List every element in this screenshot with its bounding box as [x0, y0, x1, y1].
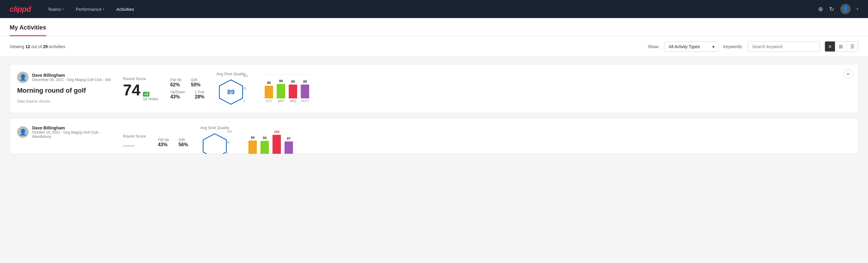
- hexagon: 89: [217, 79, 245, 106]
- performance-chevron-icon: ▾: [103, 7, 104, 11]
- list-compact-icon: ≡: [829, 44, 831, 49]
- main-nav: Teams ▾ Performance ▾ Activities: [43, 4, 139, 14]
- user-icon: 👤: [842, 6, 849, 12]
- user-dropdown-chevron[interactable]: ▾: [857, 7, 858, 11]
- score-number-2: —: [123, 140, 134, 151]
- shot-quality-section: Avg Shot Quality 89 100 50: [217, 71, 311, 106]
- y-axis-2: 100 50 0: [227, 130, 232, 154]
- user-name: Dave Billingham: [32, 125, 114, 130]
- show-label: Show:: [648, 44, 659, 49]
- bar-putt-value-2: 87: [287, 137, 290, 140]
- bar-ott: 85: [265, 81, 273, 98]
- bar-app-2: 93: [260, 136, 269, 154]
- stat-pairs: FW Hit 62% GIR 50% Up/Down 43% 1 Putt: [170, 78, 204, 99]
- bar-putt-bar: [301, 85, 309, 98]
- card-main-content: Round Score 74 +4 18 Holes FW Hit 62%: [123, 71, 851, 106]
- data-source: Data Source: Arccos: [17, 99, 114, 104]
- sub-header: My Activities: [0, 18, 868, 36]
- activity-card: ✏ 👤 Dave Billingham December 05, 2021 - …: [10, 64, 858, 113]
- stat-1putt: 1 Putt 28%: [195, 90, 205, 99]
- bar-app: 90: [277, 79, 285, 98]
- stat-pair-1: FW Hit 62% GIR 50%: [170, 78, 204, 88]
- score-number: 74: [123, 82, 141, 98]
- view-toggle-list-full[interactable]: ☰: [847, 41, 858, 52]
- shot-quality-section-2: Avg Shot Quality 100 50 0: [200, 125, 248, 154]
- bar-putt-value: 89: [303, 80, 307, 83]
- avatar: 👤: [17, 71, 29, 83]
- card-left: 👤 Dave Billingham December 05, 2021 - Go…: [17, 71, 114, 104]
- nav-item-teams[interactable]: Teams ▾: [43, 4, 69, 14]
- round-score-block: Round Score 74 +4 18 Holes: [123, 77, 158, 101]
- activity-type-select[interactable]: All Activity Types Rounds Practice: [664, 41, 718, 52]
- user-name: Dave Billingham: [32, 73, 111, 78]
- bar-ott-2: 94: [248, 136, 257, 154]
- bar-arg-value: 89: [291, 80, 295, 83]
- bar-putt: 89: [301, 80, 309, 98]
- hexagon-score: 89: [227, 88, 235, 96]
- avatar: 👤: [17, 126, 29, 138]
- grid-icon: ⊞: [839, 43, 843, 49]
- bar-chart-section-2: 100 50 0 94: [237, 130, 247, 154]
- bar-app-value-2: 93: [263, 136, 267, 140]
- avg-shot-quality-label-2: Avg Shot Quality: [200, 125, 229, 130]
- header: clippd Teams ▾ Performance ▾ Activities …: [0, 0, 868, 18]
- activity-card: 👤 Dave Billingham October 16, 2021 - Gog…: [10, 118, 858, 154]
- score-badge: +4: [143, 92, 150, 96]
- stat-gir-2: GIR 56%: [179, 138, 188, 147]
- view-toggles: ≡ ⊞ ☰: [825, 41, 858, 52]
- stat-pair-2: Up/Down 43% 1 Putt 28%: [170, 90, 204, 99]
- y-label-100: 100: [243, 74, 248, 78]
- activities-list: ✏ 👤 Dave Billingham December 05, 2021 - …: [0, 57, 868, 166]
- search-input[interactable]: [748, 41, 820, 52]
- header-left: clippd Teams ▾ Performance ▾ Activities: [10, 4, 139, 14]
- user-info: 👤 Dave Billingham December 05, 2021 - Go…: [17, 71, 114, 83]
- activity-type-select-wrapper: All Activity Types Rounds Practice: [664, 41, 718, 52]
- stat-updown: Up/Down 43%: [170, 90, 185, 99]
- stat-pair-1-2: FW Hit 43% GIR 56%: [158, 138, 188, 147]
- y-axis: 100 50 0: [243, 74, 248, 103]
- user-avatar-button[interactable]: 👤: [840, 4, 850, 14]
- stat-gir: GIR 50%: [191, 78, 200, 88]
- bar-label-arg: ARG: [289, 99, 297, 103]
- avg-shot-quality-label: Avg Shot Quality: [217, 71, 246, 76]
- bar-ott-value: 85: [267, 81, 271, 85]
- refresh-icon[interactable]: ↻: [829, 5, 834, 12]
- bar-arg-value-2: 106: [274, 130, 279, 134]
- round-score-value: 74 +4 18 Holes: [123, 82, 158, 101]
- bar-arg-bar: [289, 85, 297, 98]
- bar-label-app: APP: [277, 99, 285, 103]
- stat-pairs-2: FW Hit 43% GIR 56%: [158, 138, 188, 147]
- holes-label: 18 Holes: [143, 96, 158, 101]
- round-score-label: Round Score: [123, 77, 158, 81]
- bar-putt-2: 87: [284, 137, 293, 154]
- bar-ott-value-2: 94: [251, 136, 254, 139]
- nav-item-activities[interactable]: Activities: [112, 4, 139, 14]
- view-toggle-grid[interactable]: ⊞: [835, 41, 847, 52]
- bar-ott-bar: [265, 86, 273, 98]
- bar-chart-section: 100 50 0 85: [253, 74, 310, 103]
- filter-bar: Viewing 12 out of 29 Activities Show: Al…: [0, 36, 868, 57]
- bar-app-bar: [277, 84, 285, 98]
- viewing-count: Viewing 12 out of 29 Activities: [10, 44, 65, 49]
- round-score-block-2: Round Score —: [123, 134, 146, 151]
- keywords-label: Keywords:: [723, 44, 743, 49]
- logo[interactable]: clippd: [10, 4, 31, 14]
- user-date: December 05, 2021 - Gog Magog Golf Club …: [32, 78, 111, 82]
- nav-item-performance[interactable]: Performance ▾: [71, 4, 109, 14]
- y-label-50: 50: [243, 87, 248, 90]
- stat-fw-hit-2: FW Hit 43%: [158, 138, 169, 147]
- round-score-value-2: —: [123, 140, 146, 151]
- bar-label-putt: PUTT: [301, 99, 309, 103]
- edit-button[interactable]: ✏: [844, 69, 853, 79]
- user-date: October 16, 2021 - Gog Magog Golf Club -…: [32, 130, 114, 139]
- bar-app-value: 90: [279, 79, 283, 83]
- avatar-icon: 👤: [19, 128, 27, 136]
- add-icon[interactable]: ⊕: [818, 5, 823, 12]
- bar-label-ott: OTT: [265, 99, 273, 103]
- svg-marker-1: [203, 134, 226, 154]
- page-title: My Activities: [10, 18, 46, 36]
- y-label-0: 0: [243, 99, 248, 103]
- view-toggle-list-compact[interactable]: ≡: [825, 41, 835, 52]
- teams-chevron-icon: ▾: [62, 7, 64, 11]
- bar-arg-2: 106: [273, 130, 281, 154]
